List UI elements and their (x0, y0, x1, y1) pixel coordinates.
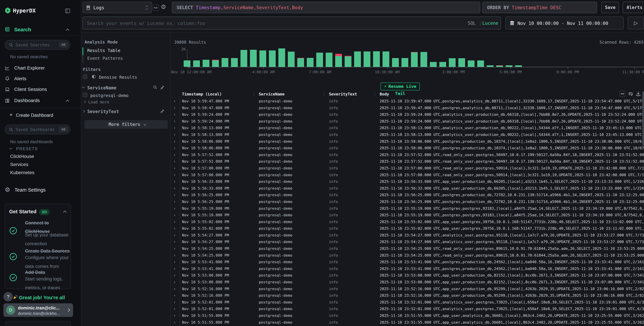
denoise-checkbox[interactable] (83, 75, 87, 79)
log-table-row[interactable]: ›Nov 10 5:51:55.000 PMpostgresql-demoinf… (171, 319, 644, 326)
row-expand-icon[interactable]: › (173, 186, 176, 191)
row-expand-icon[interactable]: › (173, 179, 176, 184)
log-table-row[interactable]: ›Nov 10 5:53:41.000 PMpostgresql-demoinf… (171, 265, 644, 272)
row-expand-icon[interactable]: › (173, 206, 176, 211)
log-table-row[interactable]: ›Nov 10 5:59:47.000 PMpostgresql-demoinf… (171, 105, 644, 111)
filter-group-servicename[interactable]: ServiceName (81, 84, 170, 91)
histogram-bar[interactable] (496, 65, 503, 67)
log-table-row[interactable]: ›Nov 10 5:57:52.000 PMpostgresql-demoinf… (171, 151, 644, 158)
log-table-row[interactable]: ›Nov 10 5:58:13.000 PMpostgresql-demoinf… (171, 125, 644, 131)
select-query-input[interactable]: SELECT Timestamp,ServiceName,SeverityTex… (172, 2, 480, 13)
date-range-picker[interactable]: Nov 10 00:00:00 - Nov 11 00:00:00 (505, 17, 624, 30)
histogram-bar[interactable] (515, 65, 522, 67)
histogram-bar[interactable] (411, 52, 418, 67)
histogram-bar[interactable] (468, 61, 474, 67)
row-expand-icon[interactable]: › (173, 246, 176, 251)
sidebar-item-preset-clickhouse[interactable]: ClickHouse (10, 154, 34, 159)
analysis-mode-results-table[interactable]: Results Table (87, 48, 120, 53)
histogram-bar[interactable] (506, 65, 512, 67)
presets-header[interactable]: PRESETS (0, 146, 81, 152)
create-dashboard-button[interactable]: + Create Dashboard (0, 111, 81, 119)
search-input[interactable]: Search your events w/ Lucene ex. column:… (82, 17, 501, 30)
row-expand-icon[interactable]: › (173, 159, 176, 164)
histogram-bar[interactable] (184, 61, 190, 67)
column-header-timestamp[interactable]: Timestamp (Local) (182, 92, 222, 96)
row-expand-icon[interactable]: › (173, 139, 176, 144)
row-expand-icon[interactable]: › (173, 112, 176, 117)
row-expand-icon[interactable]: › (173, 166, 176, 171)
analysis-mode-event-patterns[interactable]: Event Patterns (87, 56, 123, 61)
row-expand-icon[interactable]: › (173, 125, 176, 130)
row-expand-icon[interactable]: › (173, 299, 176, 305)
column-separator[interactable] (324, 92, 324, 96)
histogram-bar[interactable] (307, 58, 314, 67)
log-table-row[interactable]: ›Nov 10 5:55:19.000 PMpostgresql-demoinf… (171, 212, 644, 218)
order-by-input[interactable]: ORDER BY TimestampTime DESC (482, 2, 597, 13)
histogram-bar[interactable] (288, 52, 294, 67)
row-expand-icon[interactable]: › (173, 306, 176, 311)
pin-icon[interactable] (160, 85, 164, 90)
chevron-up-icon[interactable] (63, 211, 67, 214)
log-table-row[interactable]: ›Nov 10 5:53:41.000 PMpostgresql-demoinf… (171, 259, 644, 265)
histogram-bar[interactable] (420, 52, 427, 67)
histogram-bar[interactable] (231, 58, 238, 67)
log-table-row[interactable]: ›Nov 10 5:56:33.000 PMpostgresql-demoinf… (171, 185, 644, 192)
service-filter-value[interactable]: postgresql-demo (90, 93, 128, 98)
row-expand-icon[interactable]: › (173, 266, 176, 271)
sidebar-item-preset-kubernetes[interactable]: Kubernetes (10, 170, 34, 175)
source-select[interactable]: Logs (82, 2, 152, 13)
log-table-row[interactable]: ›Nov 10 5:57:52.000 PMpostgresql-demoinf… (171, 158, 644, 165)
histogram-bar[interactable] (260, 51, 266, 67)
sidebar-item-search[interactable]: Search (0, 26, 81, 35)
log-table-row[interactable]: ›Nov 10 5:58:06.000 PMpostgresql-demoinf… (171, 145, 644, 151)
row-expand-icon[interactable]: › (173, 192, 176, 197)
histogram-bar[interactable] (345, 56, 352, 67)
sidebar-collapse-icon[interactable] (65, 9, 70, 13)
histogram-bar[interactable] (222, 58, 228, 67)
row-expand-icon[interactable]: › (173, 172, 176, 177)
log-table-row[interactable]: ›Nov 10 5:55:02.000 PMpostgresql-demoinf… (171, 225, 644, 232)
log-table-row[interactable]: ›Nov 10 5:59:47.000 PMpostgresql-demoinf… (171, 98, 644, 105)
row-expand-icon[interactable]: › (173, 219, 176, 224)
histogram-bar[interactable] (278, 48, 285, 67)
histogram-bar[interactable] (354, 52, 361, 67)
row-expand-icon[interactable]: › (173, 286, 176, 291)
run-query-button[interactable]: ▷ (628, 17, 644, 30)
log-table-row[interactable]: ›Nov 10 5:52:01.000 PMpostgresql-demoinf… (171, 305, 644, 312)
histogram-bar[interactable] (269, 51, 276, 67)
help-button[interactable]: ? (4, 292, 13, 301)
histogram-bar[interactable] (316, 53, 323, 67)
log-table-row[interactable]: ›Nov 10 5:56:33.000 PMpostgresql-demoinf… (171, 178, 644, 185)
sidebar-item-alerts[interactable]: Alerts (0, 76, 81, 83)
column-separator[interactable] (254, 92, 254, 96)
histogram-bar[interactable] (458, 58, 465, 67)
user-menu[interactable]: D dominic.tran@clic... dominic.tran@clic… (4, 303, 73, 317)
table-json-view-button[interactable]: <> (620, 91, 626, 97)
row-expand-icon[interactable]: › (173, 199, 176, 204)
sidebar-item-team-settings[interactable]: ⚙ Team Settings (0, 186, 81, 194)
histogram-bar[interactable] (477, 61, 484, 67)
column-header-body[interactable]: Body (380, 92, 389, 96)
scrollbar-thumb[interactable] (642, 91, 644, 146)
row-expand-icon[interactable]: › (173, 152, 176, 157)
log-table-row[interactable]: ›Nov 10 5:52:16.000 PMpostgresql-demoinf… (171, 285, 644, 292)
histogram-bar[interactable] (449, 58, 456, 67)
histogram-bar[interactable] (430, 62, 437, 67)
source-settings-gear-icon[interactable]: ⚙ (161, 4, 166, 10)
filter-group-severitytext[interactable]: SeverityText (81, 108, 170, 115)
column-header-severitytext[interactable]: SeverityText (329, 92, 357, 96)
log-table-row[interactable]: ›Nov 10 5:59:24.000 PMpostgresql-demoinf… (171, 111, 644, 118)
row-expand-icon[interactable]: › (173, 145, 176, 150)
pin-icon[interactable] (160, 109, 164, 113)
log-table-row[interactable]: ›Nov 10 5:52:01.000 PMpostgresql-demoinf… (171, 299, 644, 306)
row-expand-icon[interactable]: › (173, 226, 176, 231)
histogram-bar[interactable] (373, 51, 380, 67)
row-expand-icon[interactable]: › (173, 99, 176, 104)
load-more[interactable]: Load more (81, 99, 132, 105)
row-expand-icon[interactable]: › (173, 105, 176, 110)
log-table-row[interactable]: ›Nov 10 5:56:25.000 PMpostgresql-demoinf… (171, 192, 644, 198)
log-table-row[interactable]: ›Nov 10 5:53:00.000 PMpostgresql-demoinf… (171, 279, 644, 285)
sidebar-item-client-sessions[interactable]: Client Sessions (0, 86, 81, 94)
log-table-row[interactable]: ›Nov 10 5:59:24.000 PMpostgresql-demoinf… (171, 118, 644, 125)
log-table-row[interactable]: ›Nov 10 5:54:25.000 PMpostgresql-demoinf… (171, 245, 644, 252)
